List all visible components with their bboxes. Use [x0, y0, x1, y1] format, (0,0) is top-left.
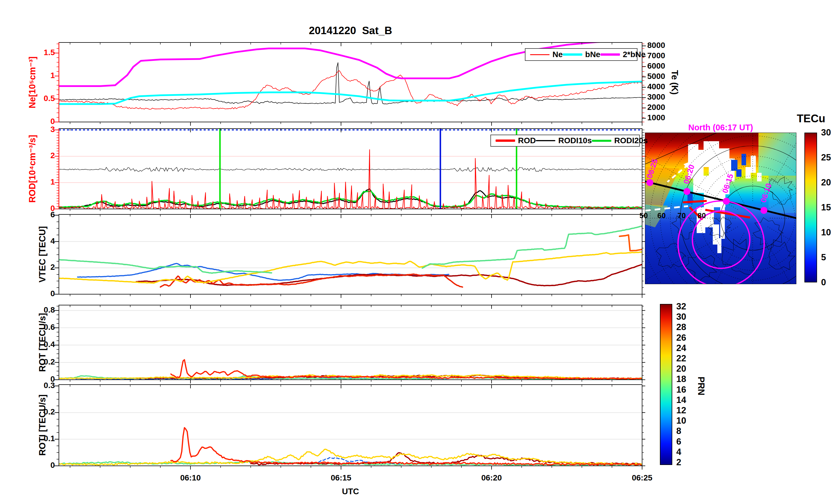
prn-tick-label: 30 [676, 312, 686, 322]
legend: RODRODI10sRODI20s [490, 135, 640, 147]
y-tick-label: 0 [27, 289, 55, 298]
prn-tick-label: 4 [676, 447, 681, 457]
tecu-tick-label: 5 [821, 252, 826, 262]
y-ticks [54, 386, 645, 466]
y-tick-label: 0.4 [27, 340, 55, 348]
map-title: North (06:17 UT) [645, 123, 796, 132]
legend-line-sample [592, 140, 611, 142]
y-tick-label: 1 [27, 178, 55, 186]
tecu-colorbar-title: TECu [792, 113, 830, 125]
y-tick-label: 0 [27, 461, 55, 469]
y-tick-label: 0.8 [27, 306, 55, 314]
xaxis-label: UTC [59, 487, 642, 496]
y-ticks [54, 306, 645, 380]
y-tick-label: 1.5 [27, 48, 55, 56]
prn-tick-label: 10 [676, 416, 686, 426]
legend-label: Ne [552, 50, 563, 59]
te-tick-label: 8000 [647, 41, 665, 49]
legend-label: RODI20s [614, 136, 648, 145]
legend-label: RODI10s [558, 136, 592, 145]
plot-svg [59, 385, 642, 466]
tecu-colorbar [805, 133, 817, 282]
map-lat-label: 70 [677, 211, 686, 220]
panel-rod: 0123RODRODI10sRODI20s [59, 129, 642, 209]
figure-root: 20141220 Sat_B Ne[10⁵cm⁻³] Te (K) ROD[10… [0, 0, 834, 504]
map-lat-label: 80 [698, 211, 706, 220]
prn-tick-label: 20 [676, 364, 686, 374]
prn-tick-label: 2 [676, 457, 681, 467]
y-tick-label: 1 [27, 71, 55, 79]
x-tick-label: 06:25 [625, 474, 659, 482]
legend-label: ROD [518, 136, 536, 145]
legend: NebNe2*bNe [525, 48, 637, 61]
y-tick-label: 0.6 [27, 323, 55, 331]
x-ticks [70, 305, 642, 384]
figure-title: 20141220 Sat_B [59, 25, 642, 37]
tecu-tick-label: 30 [821, 128, 831, 138]
x-ticks [70, 385, 642, 469]
prn-tick-label: 18 [676, 374, 686, 384]
legend-label: 2*bNe [623, 50, 645, 59]
panel-rot: 00.20.40.60.8 [59, 305, 642, 380]
prn-tick-label: 12 [676, 405, 686, 416]
legend-item: 2*bNe [600, 50, 645, 59]
prn-tick-label: 8 [676, 426, 681, 436]
prn-tick-label: 22 [676, 353, 686, 364]
legend-line-sample [496, 139, 515, 142]
tecu-tick-label: 25 [821, 153, 831, 163]
y-tick-label: 0.3 [27, 381, 55, 389]
legend-item: ROD [496, 136, 536, 145]
map-svg: 06:2506:2006:1506:10 [645, 133, 796, 284]
tecu-tick-label: 15 [821, 202, 831, 213]
y-tick-label: 2 [27, 151, 55, 160]
y-tick-label: 0.5 [27, 94, 55, 102]
y-tick-label: 3 [27, 125, 55, 134]
prn-colorbar [660, 304, 672, 465]
prn-tick-label: 24 [676, 343, 686, 353]
te-tick-label: 5000 [647, 72, 665, 81]
y-tick-label: 0.1 [27, 434, 55, 442]
plot-svg [59, 305, 642, 380]
y-tick-label: 4 [27, 237, 55, 245]
te-tick-label: 3000 [647, 93, 665, 101]
y-tick-label: 2 [27, 263, 55, 271]
te-tick-label: 1000 [647, 113, 665, 122]
x-tick-label: 06:20 [474, 474, 509, 482]
ylabel-rod: ROD[10⁴cm⁻³/s] [27, 135, 38, 203]
legend-item: Ne [530, 50, 563, 59]
prn-tick-label: 32 [676, 301, 686, 312]
prn-tick-label: 6 [676, 437, 681, 447]
prn-colorbar-label: PRN [696, 376, 706, 395]
x-tick-label: 06:15 [324, 474, 358, 482]
ylabel-roti: ROTI [TECU/s] [37, 394, 48, 456]
legend-item: RODI10s [536, 136, 592, 145]
te-tick-label: 7000 [647, 51, 665, 60]
legend-line-sample [600, 53, 620, 56]
ylabel-vtec: VTEC [TECU] [37, 226, 48, 282]
tecu-tick-label: 0 [821, 277, 826, 288]
legend-line-sample [563, 53, 582, 56]
legend-line-sample [530, 54, 550, 55]
legend-item: RODI20s [592, 136, 648, 145]
prn-tick-label: 28 [676, 322, 686, 333]
panel-roti: 00.10.20.3 [59, 385, 642, 466]
tecu-tick-label: 20 [821, 177, 831, 188]
legend-label: bNe [585, 50, 600, 59]
y-tick-label: 6 [27, 210, 55, 219]
y-tick-label: 0.2 [27, 408, 55, 416]
prn-tick-label: 16 [676, 385, 686, 395]
plot-svg [59, 214, 642, 294]
prn-tick-label: 26 [676, 333, 686, 343]
prn-tick-label: 14 [676, 395, 686, 405]
legend-item: bNe [563, 50, 600, 59]
polar-tec-map: 06:2506:2006:1506:10 [645, 133, 796, 284]
te-tick-label: 4000 [647, 83, 665, 91]
map-lat-label: 50 [639, 211, 648, 220]
map-lat-label: 60 [657, 211, 666, 220]
panel-vtec: 0246 [59, 214, 642, 294]
panel-ne-te: 00.511.510002000300040005000600070008000… [59, 43, 642, 122]
x-tick-label: 06:10 [173, 474, 208, 482]
ylabel-te: Te (K) [670, 70, 680, 95]
y-tick-label: 0.2 [27, 358, 55, 366]
y-tick-label: 0 [27, 117, 55, 125]
